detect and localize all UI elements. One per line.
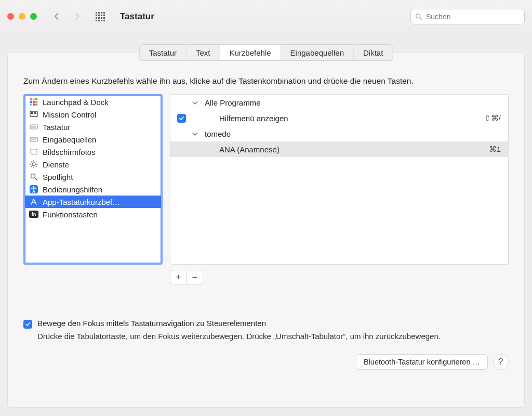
svg-rect-8 <box>30 137 37 141</box>
checkbox-icon[interactable] <box>177 114 186 123</box>
content: Tastatur Text Kurzbefehle Eingabequellen… <box>0 33 532 416</box>
back-button[interactable] <box>49 9 64 24</box>
keyboard-icon <box>29 135 38 144</box>
sidebar-item-label: Bildschirmfotos <box>43 148 96 157</box>
sidebar-item-spotlight[interactable]: Spotlight <box>25 171 161 183</box>
traffic-lights <box>7 13 37 20</box>
sidebar-item-label: Dienste <box>43 160 69 169</box>
all-prefs-button[interactable] <box>93 9 108 24</box>
svg-line-22 <box>35 178 37 180</box>
sidebar-item-label: Funktionstasten <box>43 210 98 219</box>
panel: Tastatur Text Kurzbefehle Eingabequellen… <box>7 52 525 408</box>
keyboard-nav-label[interactable]: Bewege den Fokus mittels Tastaturnavigat… <box>37 319 266 328</box>
close-button[interactable] <box>7 13 14 20</box>
sidebar-item-mission-control[interactable]: Mission Control <box>25 108 161 121</box>
sidebar-item-app-shortcuts[interactable]: App-Tastaturkurzbef… <box>25 196 161 208</box>
sidebar-item-label: Spotlight <box>43 173 73 181</box>
sidebar-item-launchpad-dock[interactable]: Launchpad & Dock <box>25 96 161 108</box>
toolbar: Tastatur <box>0 0 532 33</box>
shortcut-label: Hilfemenü anzeigen <box>205 114 479 123</box>
shortcut-keys[interactable]: ⌘1 <box>489 145 501 154</box>
svg-line-17 <box>31 162 32 163</box>
tab-eingabequellen[interactable]: Eingabequellen <box>281 45 354 60</box>
mission-control-icon <box>29 110 38 119</box>
tab-kurzbefehle[interactable]: Kurzbefehle <box>220 45 281 60</box>
chevron-down-icon <box>192 98 200 107</box>
maximize-button[interactable] <box>30 13 37 20</box>
tab-text[interactable]: Text <box>187 45 220 60</box>
chevron-down-icon <box>192 129 200 138</box>
remove-shortcut-button[interactable]: − <box>187 270 203 284</box>
svg-line-20 <box>31 166 32 167</box>
sidebar-item-funktionstasten[interactable]: fn Funktionstasten <box>25 208 161 220</box>
bottom-row: Bluetooth-Tastatur konfigurieren … ? <box>23 354 509 370</box>
group-header-tomedo[interactable]: tomedo <box>170 126 508 141</box>
sidebar-item-eingabequellen[interactable]: Eingabequellen <box>25 133 161 146</box>
launchpad-icon <box>29 97 38 107</box>
accessibility-icon <box>29 185 38 194</box>
svg-point-21 <box>31 174 35 178</box>
shortcut-row-ana[interactable]: ANA (Anamnese) ⌘1 <box>170 141 508 157</box>
svg-rect-11 <box>31 149 37 154</box>
keyboard-nav-description: Drücke die Tabulatortaste, um den Fokus … <box>37 332 463 341</box>
keyboard-nav-option: Bewege den Fokus mittels Tastaturnavigat… <box>23 319 509 329</box>
svg-point-23 <box>33 186 34 188</box>
sidebar-item-label: Mission Control <box>43 110 96 119</box>
shortcut-list[interactable]: Alle Programme Hilfemenü anzeigen ⇧⌘/ <box>170 94 509 265</box>
window: Tastatur Tastatur Text Kurzbefehle Einga… <box>0 0 532 416</box>
gear-icon <box>29 160 38 169</box>
svg-line-18 <box>36 166 37 167</box>
search-icon <box>415 13 422 20</box>
sidebar-item-label: Bedienungshilfen <box>43 185 102 194</box>
search-input[interactable] <box>425 12 520 21</box>
search-field[interactable] <box>410 9 525 24</box>
forward-button[interactable] <box>69 9 84 24</box>
sidebar-item-bedienungshilfen[interactable]: Bedienungshilfen <box>25 183 161 196</box>
sidebar-item-label: App-Tastaturkurzbef… <box>43 198 120 206</box>
sidebar-item-bildschirmfotos[interactable]: Bildschirmfotos <box>25 146 161 158</box>
magnifier-icon <box>29 172 38 181</box>
sidebar-item-label: Launchpad & Dock <box>43 98 109 107</box>
shortcut-row-hilfemenu[interactable]: Hilfemenü anzeigen ⇧⌘/ <box>170 110 508 126</box>
svg-rect-3 <box>31 112 33 114</box>
group-label: Alle Programme <box>205 98 501 107</box>
category-sidebar[interactable]: Launchpad & Dock Mission Control Tastatu… <box>23 94 163 265</box>
group-header-alle-programme[interactable]: Alle Programme <box>170 95 508 110</box>
fn-icon: fn <box>29 210 38 219</box>
sidebar-item-label: Eingabequellen <box>43 135 96 144</box>
svg-rect-5 <box>30 125 37 129</box>
minimize-button[interactable] <box>19 13 25 20</box>
sidebar-item-dienste[interactable]: Dienste <box>25 158 161 171</box>
add-shortcut-button[interactable]: + <box>170 270 187 284</box>
bluetooth-config-button[interactable]: Bluetooth-Tastatur konfigurieren … <box>356 354 488 370</box>
keyboard-icon <box>29 122 38 132</box>
svg-line-1 <box>420 18 421 19</box>
add-remove-stepper: + − <box>170 270 203 284</box>
grid-icon <box>96 12 105 21</box>
tab-bar: Tastatur Text Kurzbefehle Eingabequellen… <box>139 44 393 61</box>
instruction-text: Zum Ändern eines Kurzbefehls wähle ihn a… <box>23 76 509 86</box>
group-label: tomedo <box>205 129 501 138</box>
tab-tastatur[interactable]: Tastatur <box>140 45 187 60</box>
shortcut-label: ANA (Anamnese) <box>205 145 484 154</box>
sidebar-item-tastatur[interactable]: Tastatur <box>25 121 161 133</box>
sidebar-item-label: Tastatur <box>43 123 70 132</box>
screenshot-icon <box>29 147 38 157</box>
svg-line-19 <box>36 162 37 163</box>
window-title: Tastatur <box>120 11 154 22</box>
shortcut-keys[interactable]: ⇧⌘/ <box>484 113 501 123</box>
app-icon <box>29 197 38 206</box>
help-button[interactable]: ? <box>493 354 509 370</box>
tab-diktat[interactable]: Diktat <box>354 45 392 60</box>
svg-rect-4 <box>34 112 36 114</box>
split-view: Launchpad & Dock Mission Control Tastatu… <box>23 94 509 265</box>
checkbox-icon[interactable] <box>23 320 32 329</box>
svg-point-0 <box>416 14 420 18</box>
svg-point-12 <box>32 163 35 166</box>
